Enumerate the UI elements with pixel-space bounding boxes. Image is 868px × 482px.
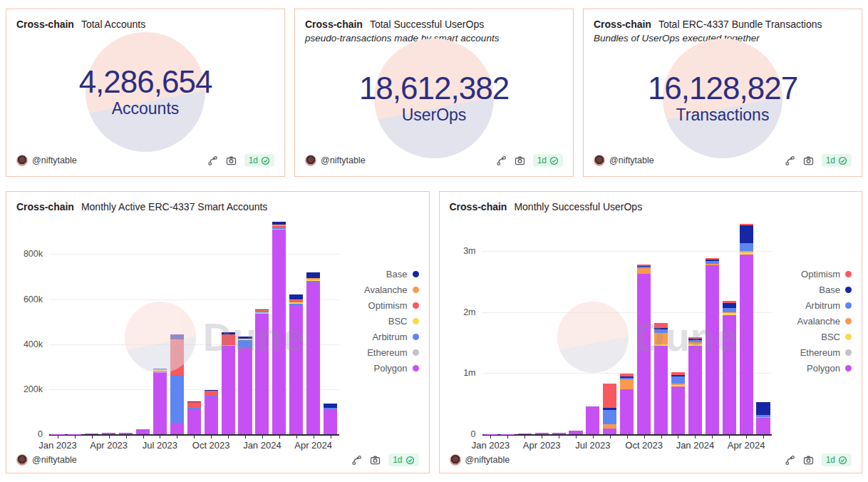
author-link[interactable]: @niftytable bbox=[305, 155, 366, 166]
legend-item-base[interactable]: Base bbox=[772, 284, 852, 295]
bar-segment-optimism bbox=[170, 339, 184, 375]
bar-oct-2023[interactable] bbox=[637, 265, 651, 434]
legend-label: BSC bbox=[388, 316, 408, 327]
bar-segment-polygon bbox=[255, 314, 269, 434]
bar-apr-2024[interactable] bbox=[306, 272, 320, 434]
refresh-age-badge[interactable]: 1d bbox=[533, 154, 563, 167]
y-tick-label: 3m bbox=[463, 246, 475, 256]
bar-mar-2024[interactable] bbox=[289, 294, 303, 434]
legend-item-avalanche[interactable]: Avalanche bbox=[339, 284, 419, 295]
counter-body: 18,612,382 UserOps bbox=[305, 43, 563, 153]
bar-apr-2023[interactable] bbox=[102, 433, 115, 434]
author-link[interactable]: @niftytable bbox=[16, 454, 77, 466]
x-tick-label: Apr 2023 bbox=[523, 440, 561, 451]
legend-item-bsc[interactable]: BSC bbox=[772, 332, 852, 342]
bar-feb-2024[interactable] bbox=[272, 222, 286, 434]
bar-mar-2023[interactable] bbox=[518, 434, 532, 434]
legend-item-bsc[interactable]: BSC bbox=[339, 316, 419, 327]
bar-segment-arbitrum bbox=[671, 376, 685, 384]
fork-icon[interactable] bbox=[207, 155, 218, 166]
avatar bbox=[16, 155, 28, 166]
bar-sep-2023[interactable] bbox=[620, 374, 634, 434]
legend-item-optimism[interactable]: Optimism bbox=[772, 269, 852, 280]
x-tick-label: Jan 2024 bbox=[676, 440, 715, 451]
legend-item-avalanche[interactable]: Avalanche bbox=[772, 316, 852, 327]
refresh-age: 1d bbox=[826, 155, 835, 165]
camera-icon[interactable] bbox=[515, 155, 525, 166]
legend-label: Arbitrum bbox=[805, 300, 840, 311]
title-prefix: Cross-chain bbox=[16, 18, 74, 31]
bar-may-2024[interactable] bbox=[324, 404, 337, 434]
bar-segment-base bbox=[170, 334, 184, 340]
bar-aug-2023[interactable] bbox=[603, 384, 616, 434]
legend-item-base[interactable]: Base bbox=[339, 269, 419, 280]
refresh-age-badge[interactable]: 1d bbox=[822, 154, 852, 167]
bar-jul-2023[interactable] bbox=[153, 369, 167, 434]
camera-icon[interactable] bbox=[370, 455, 381, 466]
bar-mar-2024[interactable] bbox=[723, 301, 736, 434]
title-prefix: Cross-chain bbox=[450, 200, 507, 213]
bar-segment-polygon bbox=[222, 346, 235, 434]
legend-label: BSC bbox=[821, 332, 840, 342]
counter-value: 18,612,382 bbox=[359, 72, 509, 105]
fork-icon[interactable] bbox=[351, 455, 362, 466]
refresh-age-badge[interactable]: 1d bbox=[822, 453, 852, 466]
bar-may-2023[interactable] bbox=[552, 433, 566, 434]
bar-segment-polygon bbox=[324, 409, 337, 434]
bar-may-2024[interactable] bbox=[756, 402, 770, 434]
bar-aug-2023[interactable] bbox=[170, 334, 184, 435]
bar-oct-2023[interactable] bbox=[205, 390, 218, 434]
title-main: Total Successful UserOps bbox=[370, 18, 484, 31]
refresh-age-badge[interactable]: 1d bbox=[388, 453, 418, 466]
bar-jun-2023[interactable] bbox=[136, 429, 150, 434]
refresh-age-badge[interactable]: 1d bbox=[244, 154, 274, 167]
bar-segment-polygon bbox=[518, 434, 532, 434]
x-tick-label: Apr 2024 bbox=[294, 440, 332, 451]
chart-card-monthly-active-smart-accounts: Cross-chain Monthly Active ERC-4337 Smar… bbox=[6, 191, 430, 473]
bar-segment-base bbox=[756, 402, 770, 415]
bar-apr-2023[interactable] bbox=[535, 433, 549, 434]
bar-segment-arbitrum bbox=[170, 375, 184, 423]
legend-label: Optimism bbox=[368, 300, 408, 311]
plot-area: Dune bbox=[482, 220, 773, 436]
bar-sep-2023[interactable] bbox=[187, 401, 201, 434]
camera-icon[interactable] bbox=[226, 155, 237, 166]
counter-value: 4,286,654 bbox=[79, 66, 212, 98]
legend-item-arbitrum[interactable]: Arbitrum bbox=[339, 332, 419, 342]
legend-item-ethereum[interactable]: Ethereum bbox=[772, 347, 852, 358]
counter-row: Cross-chain Total Accounts 4,286,654 Acc… bbox=[6, 9, 862, 177]
bar-nov-2023[interactable] bbox=[222, 332, 235, 434]
bar-segment-optimism bbox=[654, 323, 668, 328]
bar-mar-2023[interactable] bbox=[85, 434, 98, 434]
legend-item-optimism[interactable]: Optimism bbox=[339, 300, 419, 311]
camera-icon[interactable] bbox=[803, 455, 814, 466]
bar-nov-2023[interactable] bbox=[654, 323, 668, 434]
bar-feb-2024[interactable] bbox=[706, 258, 719, 434]
bar-apr-2024[interactable] bbox=[740, 224, 753, 434]
bar-dec-2023[interactable] bbox=[671, 372, 685, 434]
bar-jan-2024[interactable] bbox=[688, 337, 702, 434]
bar-jul-2023[interactable] bbox=[586, 406, 599, 434]
counter-card-total-userops: Cross-chain Total Successful UserOps pse… bbox=[294, 9, 574, 177]
bar-dec-2023[interactable] bbox=[238, 337, 252, 434]
fork-icon[interactable] bbox=[785, 155, 795, 166]
author-link[interactable]: @niftytable bbox=[450, 454, 510, 466]
author-link[interactable]: @niftytable bbox=[594, 155, 654, 166]
fork-icon[interactable] bbox=[496, 155, 507, 166]
camera-icon[interactable] bbox=[803, 155, 814, 166]
bar-segment-optimism bbox=[222, 334, 235, 345]
counter-card-total-bundle-transactions: Cross-chain Total ERC-4337 Bundle Transa… bbox=[583, 9, 862, 177]
legend-item-polygon[interactable]: Polygon bbox=[339, 363, 419, 374]
x-tick-label: Oct 2023 bbox=[192, 440, 230, 451]
y-tick-label: 800k bbox=[24, 249, 43, 259]
legend-item-polygon[interactable]: Polygon bbox=[772, 363, 852, 374]
bar-jun-2023[interactable] bbox=[569, 431, 582, 434]
y-tick-label: 1m bbox=[463, 368, 475, 378]
legend-item-arbitrum[interactable]: Arbitrum bbox=[772, 300, 852, 311]
bar-jan-2024[interactable] bbox=[255, 309, 269, 434]
bar-may-2023[interactable] bbox=[119, 433, 133, 434]
fork-icon[interactable] bbox=[785, 455, 795, 466]
legend-item-ethereum[interactable]: Ethereum bbox=[339, 347, 419, 358]
author-link[interactable]: @niftytable bbox=[16, 155, 77, 166]
title-prefix: Cross-chain bbox=[305, 18, 363, 31]
